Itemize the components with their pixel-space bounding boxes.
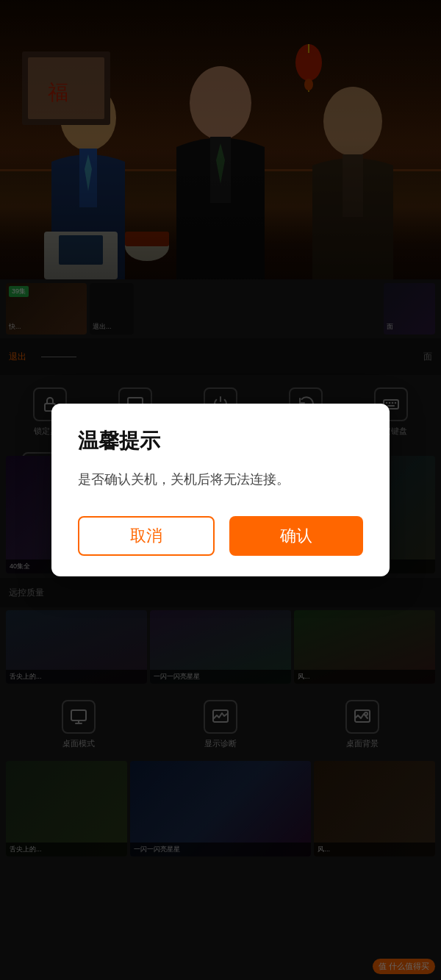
- modal-buttons: 取消 确认: [78, 516, 363, 556]
- cancel-button[interactable]: 取消: [78, 516, 215, 556]
- modal-overlay: 温馨提示 是否确认关机，关机后将无法连接。 取消 确认: [0, 0, 441, 980]
- modal-message: 是否确认关机，关机后将无法连接。: [78, 470, 363, 490]
- confirm-button[interactable]: 确认: [229, 516, 363, 556]
- modal-title: 温馨提示: [78, 427, 363, 455]
- modal-dialog: 温馨提示 是否确认关机，关机后将无法连接。 取消 确认: [51, 404, 390, 576]
